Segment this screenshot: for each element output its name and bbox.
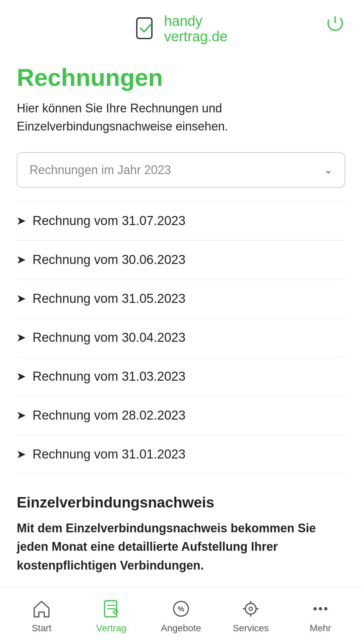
- contract-icon: [101, 598, 122, 620]
- svg-rect-0: [137, 18, 152, 39]
- dropdown-label: Rechnungen im Jahr 2023: [29, 163, 171, 177]
- nav-label: Services: [233, 623, 268, 634]
- invoice-label: Rechnung vom 31.03.2023: [33, 369, 185, 384]
- svg-point-16: [324, 607, 327, 610]
- chevron-right-icon: ➤: [17, 215, 25, 227]
- invoice-item[interactable]: ➤ Rechnung vom 31.05.2023: [17, 279, 345, 318]
- svg-point-8: [245, 603, 256, 614]
- nav-item-services[interactable]: Services: [224, 598, 278, 634]
- chevron-right-icon: ➤: [17, 448, 25, 460]
- invoice-label: Rechnung vom 30.04.2023: [33, 330, 185, 345]
- svg-point-14: [313, 607, 317, 610]
- bottom-nav: Start Vertrag % Angebote Services Mehr: [0, 587, 362, 644]
- nav-item-start[interactable]: Start: [15, 598, 68, 634]
- invoice-label: Rechnung vom 28.02.2023: [33, 408, 185, 423]
- invoice-item[interactable]: ➤ Rechnung vom 30.06.2023: [17, 240, 345, 279]
- svg-text:%: %: [178, 605, 184, 613]
- invoice-item[interactable]: ➤ Rechnung vom 28.02.2023: [17, 396, 345, 435]
- nav-item-mehr[interactable]: Mehr: [294, 598, 347, 634]
- svg-point-9: [249, 607, 252, 610]
- nav-label: Mehr: [310, 623, 331, 634]
- logo: handy vertrag.de: [134, 13, 227, 44]
- invoice-list: ➤ Rechnung vom 31.07.2023 ➤ Rechnung vom…: [17, 201, 345, 474]
- page-description: Hier können Sie Ihre Rechnungen und Einz…: [17, 99, 345, 136]
- logo-text: handy vertrag.de: [164, 13, 227, 44]
- invoice-item[interactable]: ➤ Rechnung vom 31.07.2023: [17, 201, 345, 240]
- chevron-right-icon: ➤: [17, 293, 25, 305]
- nav-label: Vertrag: [96, 623, 126, 634]
- section-title: Einzelverbindungsnachweis: [17, 494, 345, 511]
- invoice-label: Rechnung vom 31.01.2023: [33, 447, 185, 462]
- invoice-item[interactable]: ➤ Rechnung vom 30.04.2023: [17, 318, 345, 357]
- invoice-label: Rechnung vom 30.06.2023: [33, 253, 185, 267]
- offers-icon: %: [170, 598, 192, 620]
- chevron-right-icon: ➤: [17, 410, 25, 421]
- header: handy vertrag.de: [0, 0, 362, 51]
- year-dropdown[interactable]: Rechnungen im Jahr 2023 ⌄: [17, 152, 345, 188]
- nav-item-vertrag[interactable]: Vertrag: [84, 598, 138, 634]
- chevron-down-icon: ⌄: [324, 164, 333, 176]
- nav-item-angebote[interactable]: % Angebote: [154, 598, 208, 634]
- nav-label: Start: [32, 623, 51, 634]
- power-icon: [325, 13, 345, 33]
- invoice-label: Rechnung vom 31.07.2023: [33, 214, 185, 228]
- services-icon: [240, 598, 261, 620]
- chevron-right-icon: ➤: [17, 371, 25, 382]
- invoice-label: Rechnung vom 31.05.2023: [33, 291, 185, 306]
- logo-icon: [134, 17, 159, 41]
- more-icon: [310, 598, 331, 620]
- svg-point-15: [319, 607, 322, 610]
- page-title: Rechnungen: [17, 64, 345, 91]
- section-description: Mit dem Einzelverbindungsnachweis bekomm…: [17, 519, 345, 575]
- main-content: Rechnungen Hier können Sie Ihre Rechnung…: [0, 51, 362, 644]
- home-icon: [31, 598, 52, 620]
- invoice-item[interactable]: ➤ Rechnung vom 31.03.2023: [17, 357, 345, 396]
- power-button[interactable]: [325, 13, 345, 34]
- invoice-item[interactable]: ➤ Rechnung vom 31.01.2023: [17, 435, 345, 474]
- chevron-right-icon: ➤: [17, 332, 25, 343]
- chevron-right-icon: ➤: [17, 254, 25, 266]
- nav-label: Angebote: [161, 623, 201, 634]
